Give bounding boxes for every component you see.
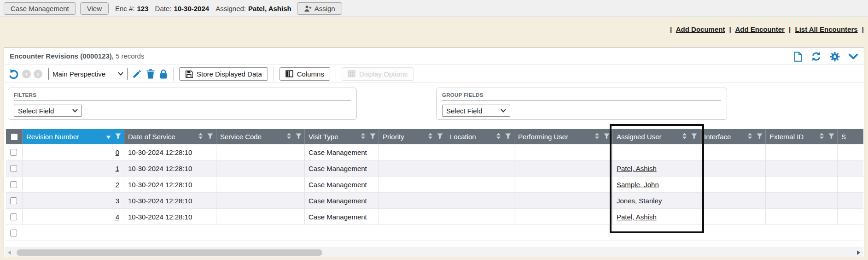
- store-displayed-data-label: Store Displayed Data: [197, 70, 262, 78]
- edit-perspective-pencil-icon[interactable]: [132, 69, 142, 79]
- column-header-truncated[interactable]: S: [838, 129, 863, 144]
- column-header-visit-type[interactable]: Visit Type: [305, 129, 379, 144]
- table-row: 3 10-30-2024 12:28:10 Case Management Jo…: [6, 193, 863, 209]
- collapse-chevron-icon[interactable]: [848, 51, 858, 62]
- row-checkbox[interactable]: [10, 213, 17, 220]
- scroll-right-arrow-icon[interactable]: [857, 250, 860, 255]
- gear-icon[interactable]: [829, 51, 840, 62]
- assigned-user-link[interactable]: Sample, John: [617, 181, 659, 189]
- location-cell: [446, 160, 514, 176]
- chevron-down-icon: [118, 72, 123, 76]
- sort-icon: [198, 133, 203, 141]
- filter-funnel-icon[interactable]: [370, 133, 376, 141]
- column-header-revision-number[interactable]: Revision Number: [23, 129, 124, 144]
- store-displayed-data-button[interactable]: Store Displayed Data: [179, 67, 268, 81]
- column-header-location[interactable]: Location: [446, 129, 514, 144]
- location-cell: [446, 144, 514, 160]
- row-checkbox-cell: [6, 160, 23, 176]
- assign-label: Assign: [315, 5, 335, 12]
- perspective-select[interactable]: Main Perspective: [48, 68, 128, 80]
- filter-funnel-icon[interactable]: [437, 133, 443, 141]
- date-of-service-cell: 10-30-2024 12:28:10: [124, 177, 216, 192]
- external-id-cell: [766, 160, 838, 176]
- panel-title-text: Encounter Revisions (0000123),: [10, 52, 114, 60]
- list-all-encounters-link[interactable]: List All Encounters: [795, 25, 857, 33]
- sort-icon: [286, 133, 291, 141]
- filter-funnel-icon[interactable]: [296, 133, 302, 141]
- link-separator: |: [862, 25, 864, 33]
- revision-link[interactable]: 4: [116, 213, 119, 221]
- link-separator: |: [729, 25, 731, 33]
- sort-icon: [361, 133, 366, 141]
- next-perspective-icon: ›: [34, 70, 42, 78]
- new-document-icon[interactable]: [792, 51, 803, 62]
- date-of-service-cell: 10-30-2024 12:28:10: [124, 144, 216, 160]
- filters-select-value: Select Field: [18, 107, 54, 115]
- column-header-service-code[interactable]: Service Code: [216, 129, 305, 144]
- scroll-left-arrow-icon[interactable]: [8, 250, 11, 255]
- row-checkbox[interactable]: [10, 181, 17, 188]
- group-fields-label: GROUP FIELDS: [442, 92, 721, 100]
- filter-funnel-icon[interactable]: [505, 133, 511, 141]
- select-all-checkbox[interactable]: [11, 134, 17, 140]
- assigned-user-link[interactable]: Jones, Stanley: [617, 197, 662, 205]
- column-header-external-id[interactable]: External ID: [766, 129, 838, 144]
- filters-field-select[interactable]: Select Field: [14, 105, 82, 117]
- revision-link[interactable]: 0: [116, 148, 119, 156]
- service-code-cell: [216, 193, 305, 208]
- filter-funnel-icon[interactable]: [757, 133, 763, 141]
- group-fields-select[interactable]: Select Field: [442, 105, 510, 117]
- column-header-assigned-user[interactable]: Assigned User: [613, 129, 700, 144]
- add-encounter-link[interactable]: Add Encounter: [735, 25, 785, 33]
- filter-funnel-icon[interactable]: [604, 133, 610, 141]
- row-checkbox-cell: [6, 209, 23, 225]
- filter-funnel-icon[interactable]: [828, 133, 834, 141]
- toolbar-divider: [336, 67, 336, 81]
- date-of-service-cell: 10-30-2024 12:28:10: [124, 193, 216, 208]
- columns-button[interactable]: Columns: [280, 67, 330, 81]
- external-id-cell: [766, 177, 838, 192]
- undo-icon[interactable]: [8, 68, 19, 79]
- perspective-value: Main Perspective: [52, 70, 105, 78]
- row-checkbox-cell: [6, 193, 23, 208]
- column-header-interface[interactable]: Interface: [700, 129, 766, 144]
- truncated-cell: [838, 209, 863, 225]
- assign-button[interactable]: Assign: [297, 2, 342, 15]
- row-checkbox-cell: [6, 144, 23, 160]
- row-checkbox[interactable]: [10, 165, 17, 172]
- revision-link[interactable]: 2: [116, 181, 119, 189]
- assigned-user-cell: Jones, Stanley: [613, 193, 700, 208]
- scrollbar-thumb[interactable]: [17, 249, 322, 256]
- delete-perspective-trash-icon[interactable]: [146, 69, 155, 79]
- table-row: 2 10-30-2024 12:28:10 Case Management Sa…: [6, 177, 863, 193]
- add-document-link[interactable]: Add Document: [676, 25, 725, 33]
- column-header-performing-user[interactable]: Performing User: [514, 129, 613, 144]
- case-management-button[interactable]: Case Management: [4, 2, 76, 15]
- page-title: Encounter Revisions (0000123),5 records: [10, 52, 144, 60]
- column-header-priority[interactable]: Priority: [379, 129, 446, 144]
- revision-link[interactable]: 3: [116, 197, 119, 205]
- revision-link[interactable]: 1: [116, 165, 119, 172]
- assigned-user-link[interactable]: Patel, Ashish: [617, 213, 657, 221]
- case-management-label: Case Management: [11, 5, 69, 12]
- service-code-cell: [216, 209, 305, 225]
- filter-funnel-icon[interactable]: [115, 133, 121, 141]
- lock-perspective-icon[interactable]: [159, 69, 168, 79]
- group-fields-select-value: Select Field: [446, 107, 482, 115]
- assigned-user-cell: Sample, John: [613, 177, 700, 192]
- column-header-date-of-service[interactable]: Date of Service: [124, 129, 216, 144]
- row-checkbox[interactable]: [10, 149, 17, 156]
- horizontal-scrollbar[interactable]: [5, 248, 863, 257]
- assigned-user-cell: [613, 144, 700, 160]
- refresh-icon[interactable]: [811, 51, 821, 62]
- row-checkbox[interactable]: [10, 230, 17, 236]
- assigned-user-link[interactable]: Patel, Ashish: [617, 165, 657, 172]
- filter-funnel-icon[interactable]: [691, 133, 697, 141]
- sort-icon: [428, 133, 433, 141]
- row-checkbox[interactable]: [10, 197, 17, 204]
- filter-funnel-icon[interactable]: [207, 133, 213, 141]
- priority-cell: [379, 160, 446, 176]
- view-button[interactable]: View: [80, 2, 109, 15]
- visit-type-cell: Case Management: [305, 144, 379, 160]
- select-all-checkbox-cell[interactable]: [6, 129, 23, 144]
